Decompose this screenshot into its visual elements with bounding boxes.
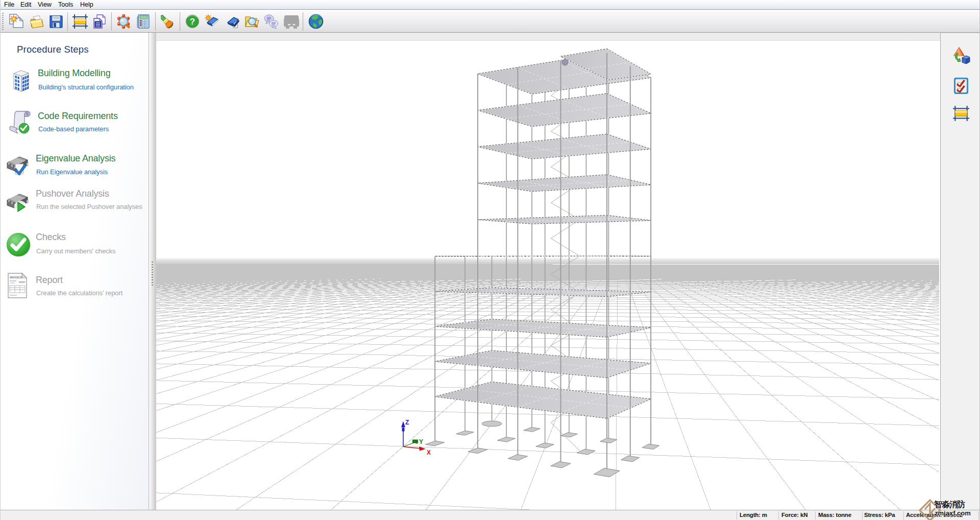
svg-text:?: ? [190,17,195,27]
svg-text:Y: Y [419,438,423,445]
svg-text:INVOICE: INVOICE [10,276,22,279]
svg-text:Z: Z [405,419,409,426]
svg-text:X: X [427,449,431,456]
